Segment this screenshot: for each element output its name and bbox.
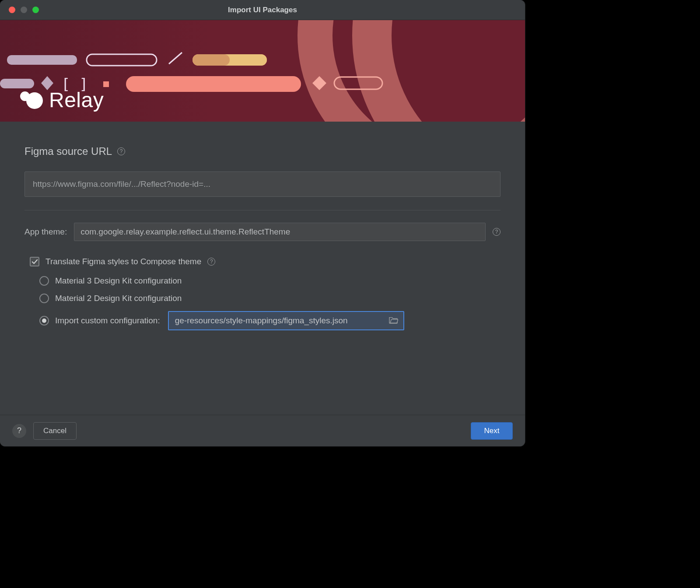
cancel-button-label: Cancel xyxy=(43,427,66,435)
relay-logo: Relay xyxy=(20,88,104,112)
dialog-footer: ? Cancel Next xyxy=(0,415,525,446)
dialog-window: Import UI Packages [ ] xyxy=(0,0,525,446)
zoom-window-button[interactable] xyxy=(32,7,39,13)
svg-rect-8 xyxy=(0,79,34,88)
translate-styles-label: Translate Figma styles to Compose theme xyxy=(46,257,201,266)
svg-rect-2 xyxy=(7,55,77,65)
figma-url-label: Figma source URL xyxy=(24,145,112,158)
config-radio-group: Material 3 Design Kit configuration Mate… xyxy=(39,276,500,330)
divider xyxy=(24,210,500,210)
relay-wordmark: Relay xyxy=(49,88,104,112)
help-icon[interactable]: ? xyxy=(117,147,125,155)
svg-point-1 xyxy=(315,20,525,122)
app-theme-value: com.google.relay.example.reflect.ui.them… xyxy=(80,227,290,237)
help-icon[interactable]: ? xyxy=(207,258,215,266)
dialog-content: Figma source URL ? https://www.figma.com… xyxy=(0,122,525,415)
svg-rect-3 xyxy=(87,54,157,66)
folder-open-icon[interactable] xyxy=(388,316,398,326)
svg-line-4 xyxy=(169,52,182,64)
app-theme-label: App theme: xyxy=(24,227,67,237)
translate-styles-checkbox[interactable] xyxy=(30,257,39,266)
custom-config-path-input[interactable]: ge-resources/style-mappings/figma_styles… xyxy=(168,311,404,330)
next-button-label: Next xyxy=(484,427,500,435)
relay-banner: [ ] Relay xyxy=(0,20,525,122)
radio-material2[interactable] xyxy=(39,294,49,303)
radio-material3-label: Material 3 Design Kit configuration xyxy=(55,276,182,286)
radio-custom-config[interactable] xyxy=(39,316,49,326)
titlebar: Import UI Packages xyxy=(0,0,525,20)
figma-url-input[interactable]: https://www.figma.com/file/.../Reflect?n… xyxy=(24,172,500,197)
svg-rect-12 xyxy=(126,76,301,92)
check-icon xyxy=(32,259,38,265)
window-title: Import UI Packages xyxy=(0,6,525,14)
radio-material2-label: Material 2 Design Kit configuration xyxy=(55,294,182,303)
next-button[interactable]: Next xyxy=(471,422,513,440)
svg-point-0 xyxy=(372,20,525,122)
window-controls xyxy=(0,7,39,13)
figma-url-placeholder: https://www.figma.com/file/.../Reflect?n… xyxy=(33,179,210,189)
svg-rect-7 xyxy=(192,54,230,66)
radio-custom-config-label: Import custom configuration: xyxy=(55,316,160,326)
relay-mark-icon xyxy=(20,91,43,109)
help-icon[interactable]: ? xyxy=(493,228,500,236)
cancel-button[interactable]: Cancel xyxy=(33,422,77,440)
radio-material3[interactable] xyxy=(39,276,49,286)
footer-help-button[interactable]: ? xyxy=(12,424,26,438)
svg-rect-11 xyxy=(103,81,109,87)
custom-config-path-value: ge-resources/style-mappings/figma_styles… xyxy=(175,316,348,326)
minimize-window-button[interactable] xyxy=(21,7,27,13)
app-theme-input[interactable]: com.google.relay.example.reflect.ui.them… xyxy=(74,223,486,241)
close-window-button[interactable] xyxy=(9,7,15,13)
